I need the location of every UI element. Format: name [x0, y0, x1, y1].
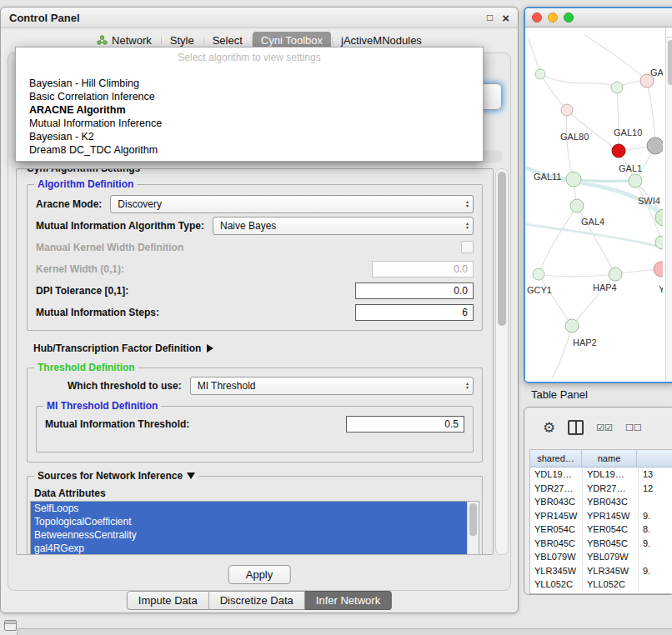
dpi-tolerance-field[interactable]: 0.0 — [355, 282, 474, 299]
network-node[interactable] — [609, 268, 622, 281]
algorithm-option[interactable]: Bayesian - Hill Climbing — [16, 77, 483, 90]
close-window-icon[interactable]: × — [502, 12, 509, 24]
table-row[interactable]: YBR045CYBR045C9. — [530, 537, 672, 551]
column-header-extra[interactable] — [637, 450, 672, 467]
network-node[interactable] — [570, 199, 584, 212]
mi-algorithm-type-value: Naive Bayes — [220, 220, 461, 232]
network-edge[interactable] — [539, 274, 615, 277]
mi-threshold-field[interactable]: 0.5 — [346, 416, 464, 432]
algorithm-option[interactable]: Dream8 DC_TDC Algorithm — [16, 143, 483, 157]
bottom-panel-edge[interactable] — [17, 628, 672, 635]
table-row[interactable]: YDR27…YDR27…12 — [530, 482, 672, 496]
network-node[interactable] — [533, 268, 544, 280]
bottom-tab-infer-network[interactable]: Infer Network — [305, 591, 392, 610]
list-vertical-scrollbar[interactable] — [467, 502, 479, 555]
network-node[interactable] — [647, 138, 663, 154]
data-attribute-item[interactable]: SelfLoops — [31, 502, 468, 515]
scrollbar-button[interactable] — [666, 28, 672, 38]
table-cell: YDR27… — [530, 482, 583, 496]
table-row[interactable]: YDL19…YDL19…13 — [530, 468, 672, 482]
table-row[interactable]: YER054CYER054C8. — [530, 522, 672, 537]
collapsed-panel-icon[interactable] — [4, 620, 17, 631]
mi-algorithm-type-select[interactable]: Naive Bayes ▴▾ — [213, 217, 474, 235]
network-edge[interactable] — [552, 326, 572, 378]
bottom-tab-discretize-data[interactable]: Discretize Data — [209, 591, 305, 610]
combo-arrows-icon: ▴▾ — [466, 382, 469, 390]
network-edge[interactable] — [539, 206, 577, 274]
sources-title: Sources for Network Inference — [38, 470, 183, 482]
network-edge[interactable] — [584, 34, 647, 81]
table-row[interactable]: YLL052CYLL052C — [530, 578, 672, 592]
network-node[interactable] — [566, 172, 581, 187]
network-edge[interactable] — [540, 74, 617, 88]
data-attributes-list[interactable]: SelfLoopsTopologicalCoefficientBetweenne… — [30, 501, 479, 555]
kernel-width-row: Kernel Width (0,1): 0.0 — [36, 258, 474, 279]
network-node[interactable] — [629, 174, 642, 188]
select-all-checkboxes-icon[interactable]: ☑☑ — [596, 422, 613, 433]
gear-icon[interactable]: ⚙ — [543, 421, 555, 435]
threshold-definition-group: Threshold Definition Which threshold to … — [27, 368, 483, 462]
network-window-titlebar[interactable] — [525, 8, 672, 28]
manual-kernel-checkbox[interactable] — [461, 241, 474, 253]
table-cell: 13 — [639, 468, 672, 482]
network-node[interactable] — [611, 82, 623, 93]
table-cell: YLL052C — [583, 578, 639, 592]
dpi-tolerance-row: DPI Tolerance [0,1]: 0.0 — [36, 280, 474, 301]
algorithm-definition-group: Algorithm Definition Aracne Mode: Discov… — [27, 184, 483, 331]
network-tab-icon — [97, 35, 108, 45]
table-cell: 9. — [639, 509, 672, 523]
column-header-shared[interactable]: shared… — [530, 450, 582, 467]
float-window-icon[interactable]: □ — [487, 12, 493, 22]
network-node[interactable] — [654, 262, 663, 277]
bottom-tab-impute-data[interactable]: Impute Data — [127, 591, 209, 610]
columns-icon[interactable] — [568, 420, 584, 435]
network-edge[interactable] — [539, 274, 572, 326]
network-edge[interactable] — [647, 81, 655, 146]
table-row[interactable]: YPR145WYPR145W9. — [530, 509, 672, 523]
settings-vertical-scrollbar[interactable] — [495, 168, 509, 555]
network-edge[interactable] — [566, 110, 574, 179]
algorithm-option[interactable]: Bayesian - K2 — [16, 130, 483, 143]
apply-button[interactable]: Apply — [228, 565, 291, 584]
algorithm-dropdown-placeholder: Select algorithm to view settings — [16, 50, 483, 65]
bottom-tabs: Impute DataDiscretize DataInfer Network — [127, 591, 392, 610]
data-attributes-label: Data Attributes — [34, 488, 482, 499]
network-edge[interactable] — [574, 179, 635, 182]
zoom-traffic-light-icon[interactable] — [564, 12, 574, 22]
mi-steps-field[interactable]: 6 — [355, 304, 474, 321]
combo-arrows-icon: ▴▾ — [466, 222, 469, 230]
table-cell: YDR27… — [583, 482, 639, 496]
algorithm-option[interactable]: ARACNE Algorithm — [16, 103, 483, 117]
data-attribute-item[interactable]: TopologicalCoefficient — [31, 515, 468, 528]
network-edge[interactable] — [567, 110, 619, 151]
network-node[interactable] — [535, 69, 545, 79]
aracne-mode-select[interactable]: Discovery ▴▾ — [110, 195, 474, 213]
data-attribute-item[interactable]: gal4RGexp — [31, 542, 468, 555]
scrollbar-thumb[interactable] — [498, 172, 506, 326]
network-edge[interactable] — [529, 39, 540, 74]
minimize-traffic-light-icon[interactable] — [548, 12, 558, 22]
table-row[interactable]: YBL079WYBL079W — [530, 550, 672, 564]
network-canvas[interactable]: GALGAL80GAL10GAL11GAL1SWI4GAL4GCY1HAP4HA… — [525, 28, 672, 382]
table-row[interactable]: YBR043CYBR043C — [530, 495, 672, 509]
data-attribute-item[interactable]: BetweennessCentrality — [31, 528, 468, 542]
table-row[interactable]: YLR345WYLR345W9. — [530, 564, 672, 578]
scrollbar-thumb[interactable] — [469, 503, 477, 536]
table-cell: YER054C — [583, 522, 639, 537]
node-table: shared… name YDL19…YDL19…13YDR27…YDR27…1… — [529, 449, 672, 594]
column-header-name[interactable]: name — [582, 450, 637, 467]
deselect-all-checkboxes-icon[interactable]: ☐☐ — [625, 422, 642, 433]
algorithm-option[interactable]: Basic Correlation Inference — [16, 90, 483, 103]
network-node[interactable] — [561, 104, 573, 116]
network-vertical-scrollbar[interactable] — [665, 28, 672, 382]
network-node[interactable] — [565, 319, 579, 332]
close-traffic-light-icon[interactable] — [532, 12, 542, 22]
hub-definition-toggle[interactable]: Hub/Transcription Factor Definition — [33, 342, 493, 354]
network-node-label: HAP4 — [593, 282, 617, 292]
algorithm-option[interactable]: Mutual Information Inference — [16, 117, 483, 130]
which-threshold-select[interactable]: MI Threshold ▴▾ — [190, 377, 474, 395]
network-node[interactable] — [612, 144, 625, 158]
scrollbar-thumb[interactable] — [668, 40, 672, 85]
sources-toggle[interactable]: Sources for Network Inference — [34, 470, 198, 482]
network-edge[interactable] — [617, 88, 619, 151]
